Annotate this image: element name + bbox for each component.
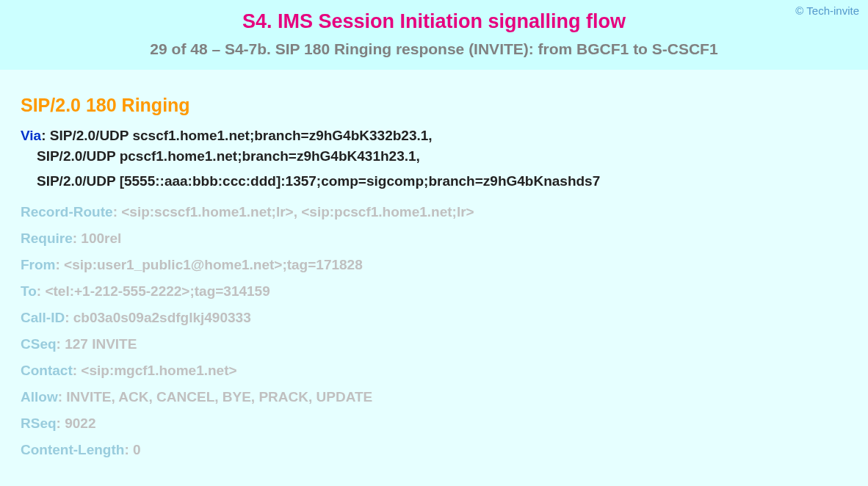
header-value: <tel:+1-212-555-2222>;tag=314159 <box>45 283 270 299</box>
header-separator: : <box>37 283 46 299</box>
header-label: CSeq <box>21 336 57 352</box>
header-separator: : <box>113 204 122 220</box>
header-label: Content-Length <box>21 442 124 457</box>
via-separator: : <box>41 128 50 143</box>
header-row-require: Require: 100rel <box>21 231 847 247</box>
header-label: To <box>21 283 37 299</box>
via-line-2: SIP/2.0/UDP pcscf1.home1.net;branch=z9hG… <box>21 144 847 169</box>
via-header-block: Via: SIP/2.0/UDP scscf1.home1.net;branch… <box>21 128 847 194</box>
via-line-3: SIP/2.0/UDP [5555::aaa:bbb:ccc:ddd]:1357… <box>21 169 847 194</box>
header-row-call-id: Call-ID: cb03a0s09a2sdfglkj490333 <box>21 310 847 326</box>
header-row-from: From: <sip:user1_public1@home1.net>;tag=… <box>21 257 847 273</box>
header-separator: : <box>57 416 65 431</box>
header-label: Allow <box>21 389 58 405</box>
header-separator: : <box>73 231 82 246</box>
header-label: Call-ID <box>21 310 65 325</box>
header-row-to: To: <tel:+1-212-555-2222>;tag=314159 <box>21 283 847 300</box>
header-value: 9022 <box>65 416 95 431</box>
page-subtitle: 29 of 48 – S4-7b. SIP 180 Ringing respon… <box>15 40 853 58</box>
header-separator: : <box>57 336 65 352</box>
header-row-rseq: RSeq: 9022 <box>21 416 847 432</box>
header-label: RSeq <box>21 416 57 431</box>
header-row-allow: Allow: INVITE, ACK, CANCEL, BYE, PRACK, … <box>21 389 847 405</box>
header-value: 100rel <box>81 231 121 246</box>
header-row-contact: Contact: <sip:mgcf1.home1.net> <box>21 363 847 379</box>
sip-status-line: SIP/2.0 180 Ringing <box>21 95 847 116</box>
header-value: <sip:scscf1.home1.net;lr>, <sip:pcscf1.h… <box>121 204 474 220</box>
content-area: SIP/2.0 180 Ringing Via: SIP/2.0/UDP scs… <box>0 70 868 483</box>
header-band: © Tech-invite S4. IMS Session Initiation… <box>0 0 868 70</box>
header-value: cb03a0s09a2sdfglkj490333 <box>73 310 251 325</box>
via-label: Via <box>21 128 41 143</box>
header-value: <sip:user1_public1@home1.net>;tag=171828 <box>64 257 363 272</box>
header-value: 127 INVITE <box>65 336 137 352</box>
header-label: Require <box>21 231 73 246</box>
header-separator: : <box>73 363 82 378</box>
header-value: INVITE, ACK, CANCEL, BYE, PRACK, UPDATE <box>66 389 372 405</box>
via-line-1: SIP/2.0/UDP scscf1.home1.net;branch=z9hG… <box>50 128 433 143</box>
header-separator: : <box>58 389 67 405</box>
header-label: Contact <box>21 363 73 378</box>
header-separator: : <box>65 310 73 325</box>
page-title: S4. IMS Session Initiation signalling fl… <box>15 10 853 33</box>
header-value: <sip:mgcf1.home1.net> <box>81 363 236 378</box>
header-separator: : <box>124 442 133 457</box>
header-separator: : <box>56 257 65 272</box>
header-row-record-route: Record-Route: <sip:scscf1.home1.net;lr>,… <box>21 204 847 220</box>
copyright-text: © Tech-invite <box>795 4 859 17</box>
header-label: Record-Route <box>21 204 113 220</box>
header-row-content-length: Content-Length: 0 <box>21 442 847 458</box>
header-label: From <box>21 257 56 272</box>
header-value: 0 <box>133 442 141 457</box>
header-row-cseq: CSeq: 127 INVITE <box>21 336 847 352</box>
